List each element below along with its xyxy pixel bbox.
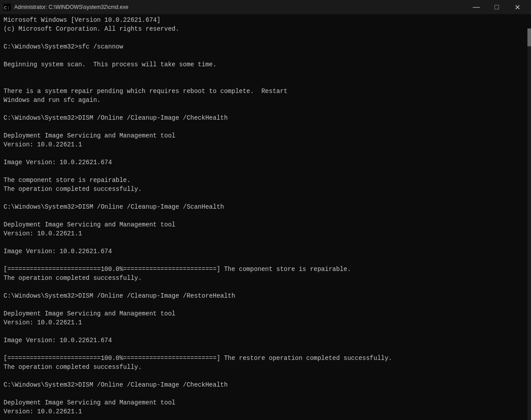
cmd-icon: C: xyxy=(4,4,11,11)
minimize-button[interactable]: — xyxy=(466,0,487,14)
terminal-line: C:\Windows\System32>DISM /Online /Cleanu… xyxy=(4,292,527,301)
terminal-line xyxy=(4,123,527,132)
terminal-line: Image Version: 10.0.22621.674 xyxy=(4,158,527,167)
terminal-line xyxy=(4,345,527,354)
terminal-line xyxy=(4,52,527,61)
terminal-output[interactable]: Microsoft Windows [Version 10.0.22621.67… xyxy=(0,14,531,420)
svg-text:C:: C: xyxy=(4,5,10,11)
scrollbar-thumb[interactable] xyxy=(527,28,531,46)
terminal-line: C:\Windows\System32>DISM /Online /Cleanu… xyxy=(4,114,527,123)
terminal-line: Microsoft Windows [Version 10.0.22621.67… xyxy=(4,16,527,25)
title-bar: C: Administrator: C:\WINDOWS\system32\cm… xyxy=(0,0,531,14)
terminal-line: Deployment Image Servicing and Managemen… xyxy=(4,132,527,141)
terminal-line: C:\Windows\System32>DISM /Online /Cleanu… xyxy=(4,203,527,212)
terminal-line: The operation completed successfully. xyxy=(4,274,527,283)
terminal-line xyxy=(4,69,527,78)
terminal-line: Deployment Image Servicing and Managemen… xyxy=(4,221,527,230)
terminal-line: [=========================100.0%========… xyxy=(4,265,527,274)
terminal-line xyxy=(4,283,527,292)
terminal-line: Version: 10.0.22621.1 xyxy=(4,230,527,238)
terminal-line: C:\Windows\System32>DISM /Online /Cleanu… xyxy=(4,381,527,390)
terminal-line xyxy=(4,256,527,265)
terminal-line xyxy=(4,372,527,381)
terminal-line xyxy=(4,390,527,399)
terminal-line xyxy=(4,327,527,336)
terminal-line: Version: 10.0.22621.1 xyxy=(4,319,527,327)
terminal-line: The operation completed successfully. xyxy=(4,185,527,194)
terminal-line xyxy=(4,149,527,158)
terminal-line: Beginning system scan. This process will… xyxy=(4,61,527,69)
close-button[interactable]: ✕ xyxy=(507,0,527,14)
terminal-line xyxy=(4,212,527,221)
terminal-line: Version: 10.0.22621.1 xyxy=(4,408,527,416)
terminal-line xyxy=(4,194,527,203)
terminal-line: Windows and run sfc again. xyxy=(4,96,527,105)
terminal-line: The operation completed successfully. xyxy=(4,363,527,372)
terminal-line xyxy=(4,34,527,43)
terminal-line: There is a system repair pending which r… xyxy=(4,87,527,96)
cmd-window: C: Administrator: C:\WINDOWS\system32\cm… xyxy=(0,0,531,420)
terminal-line: Image Version: 10.0.22621.674 xyxy=(4,247,527,256)
terminal-line xyxy=(4,78,527,87)
terminal-line: C:\Windows\System32>sfc /scannow xyxy=(4,43,527,52)
terminal-line: The component store is repairable. xyxy=(4,176,527,185)
terminal-line: (c) Microsoft Corporation. All rights re… xyxy=(4,25,527,34)
terminal-line: Deployment Image Servicing and Managemen… xyxy=(4,399,527,408)
terminal-line xyxy=(4,167,527,176)
terminal-line xyxy=(4,416,527,420)
terminal-line xyxy=(4,238,527,247)
title-bar-controls: — □ ✕ xyxy=(466,0,527,14)
terminal-line: Version: 10.0.22621.1 xyxy=(4,141,527,149)
terminal-line: [=========================100.0%========… xyxy=(4,354,527,363)
terminal-line xyxy=(4,301,527,310)
maximize-button[interactable]: □ xyxy=(487,0,507,14)
title-bar-text: Administrator: C:\WINDOWS\system32\cmd.e… xyxy=(14,4,466,10)
scrollbar-track[interactable] xyxy=(527,28,531,420)
terminal-line: Image Version: 10.0.22621.674 xyxy=(4,336,527,345)
terminal-line: Deployment Image Servicing and Managemen… xyxy=(4,310,527,319)
terminal-line xyxy=(4,105,527,114)
